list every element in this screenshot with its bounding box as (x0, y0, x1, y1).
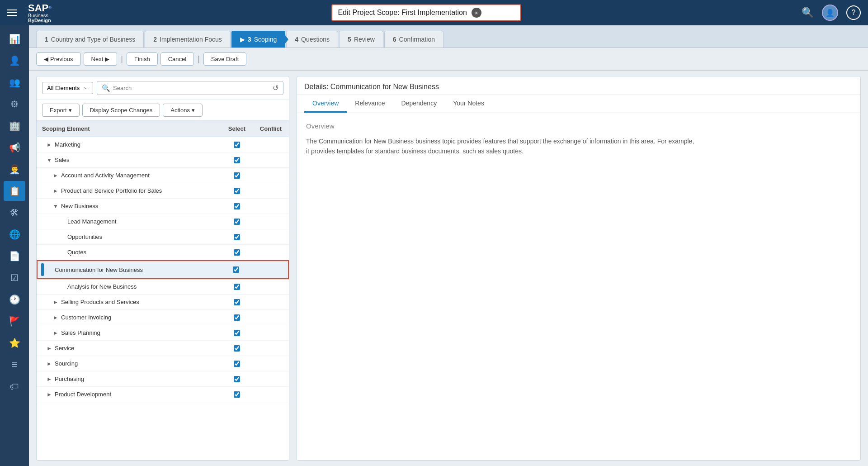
expand-customer-inv-icon[interactable]: ► (53, 314, 59, 321)
check-opportunities[interactable] (234, 234, 240, 240)
tab-your-notes[interactable]: Your Notes (445, 95, 492, 113)
expand-sales-planning-icon[interactable]: ► (53, 330, 59, 336)
sidebar-item-tasks[interactable]: ☑ (4, 268, 25, 288)
tree-label-customer-inv: Customer Invoicing (61, 314, 111, 321)
tree-row-lead-mgmt[interactable]: ► Lead Management (37, 214, 289, 229)
tree-row-customer-inv[interactable]: ► Customer Invoicing (37, 310, 289, 325)
check-customer-inv[interactable] (234, 314, 240, 321)
step-3[interactable]: ▶ 3 Scoping (231, 31, 285, 48)
tree-row-opportunities[interactable]: ► Opportunities (37, 229, 289, 245)
tree-row-sourcing[interactable]: ► Sourcing (37, 356, 289, 371)
search-input[interactable] (113, 85, 270, 91)
step-1[interactable]: 1 Country and Type of Business (36, 31, 144, 48)
tree-body: ► Marketing ▼ Sales (37, 137, 289, 460)
actions-button[interactable]: Actions ▾ (163, 104, 203, 117)
sidebar-item-announcements[interactable]: 📢 (4, 138, 25, 157)
cancel-button[interactable]: Cancel (160, 52, 194, 66)
check-selling[interactable] (234, 299, 240, 305)
tree-row-selling[interactable]: ► Selling Products and Services (37, 295, 289, 310)
expand-new-business-icon[interactable]: ▼ (53, 203, 59, 209)
check-quotes[interactable] (234, 249, 240, 256)
col-header-conflict: Conflict (253, 124, 289, 134)
tab-overview[interactable]: Overview (304, 95, 347, 113)
check-service[interactable] (234, 345, 240, 352)
expand-sales-icon[interactable]: ▼ (47, 157, 53, 163)
filter-row: All Elements 🔍 ↺ (37, 76, 289, 100)
overview-heading: Overview (306, 122, 851, 130)
sidebar-item-employee[interactable]: 👨‍💼 (4, 159, 25, 179)
tab-relevance[interactable]: Relevance (347, 95, 393, 113)
tab-dependency[interactable]: Dependency (393, 95, 445, 113)
step-2[interactable]: 2 Implementation Focus (145, 31, 231, 48)
expand-account-icon[interactable]: ► (53, 172, 59, 179)
step-4[interactable]: 4 Questions (286, 31, 338, 48)
expand-marketing-icon[interactable]: ► (47, 142, 53, 148)
step-6[interactable]: 6 Confirmation (384, 31, 443, 48)
sidebar-item-list[interactable]: ≡ (4, 355, 25, 375)
check-account[interactable] (234, 172, 240, 179)
tree-row-quotes[interactable]: ► Quotes (37, 245, 289, 260)
tree-row-marketing[interactable]: ► Marketing (37, 137, 289, 152)
tree-row-purchasing[interactable]: ► Purchasing (37, 371, 289, 387)
step-5[interactable]: 5 Review (339, 31, 383, 48)
sidebar-item-globe[interactable]: 🌐 (4, 224, 25, 244)
check-product[interactable] (234, 188, 240, 194)
check-product-dev[interactable] (234, 391, 240, 398)
expand-selling-icon[interactable]: ► (53, 299, 59, 305)
expand-sourcing-icon[interactable]: ► (47, 361, 53, 367)
check-sales-planning[interactable] (234, 330, 240, 336)
sidebar-item-tools[interactable]: 🛠 (4, 203, 25, 223)
check-sourcing[interactable] (234, 361, 240, 367)
details-title: Details: Communication for New Business (297, 76, 860, 95)
sidebar: 📊 👤 👥 ⚙ 🏢 📢 👨‍💼 📋 🛠 🌐 📄 ☑ 🕐 🚩 ⭐ ≡ 🏷 (0, 25, 29, 466)
check-comm-new-biz[interactable] (233, 266, 239, 273)
next-button[interactable]: Next ▶ (84, 52, 118, 66)
tree-row-service[interactable]: ► Service (37, 341, 289, 356)
tree-label-service: Service (55, 345, 74, 352)
tree-row-sales[interactable]: ▼ Sales (37, 152, 289, 168)
help-icon[interactable]: ? (846, 5, 861, 20)
hamburger-menu[interactable] (7, 10, 17, 16)
expand-product-dev-icon[interactable]: ► (47, 391, 53, 398)
export-button[interactable]: Export ▾ (42, 104, 80, 117)
finish-button[interactable]: Finish (127, 52, 158, 66)
sidebar-item-reports[interactable]: 📄 (4, 246, 25, 266)
display-scope-changes-button[interactable]: Display Scope Changes (82, 104, 160, 117)
expand-purchasing-icon[interactable]: ► (47, 376, 53, 382)
sidebar-item-tag[interactable]: 🏷 (4, 376, 25, 396)
sidebar-item-users[interactable]: 👥 (4, 72, 25, 92)
toolbar-row: Export ▾ Display Scope Changes Actions ▾ (37, 100, 289, 121)
sidebar-item-star[interactable]: ⭐ (4, 333, 25, 353)
tree-row-new-business[interactable]: ▼ New Business (37, 199, 289, 214)
sidebar-item-org[interactable]: 🏢 (4, 116, 25, 136)
check-analysis[interactable] (234, 284, 240, 290)
check-sales[interactable] (234, 157, 240, 163)
sidebar-item-analytics[interactable]: 📊 (4, 29, 25, 49)
sidebar-item-people[interactable]: 👤 (4, 51, 25, 71)
check-lead[interactable] (234, 219, 240, 225)
tree-row-product-dev[interactable]: ► Product Development (37, 387, 289, 402)
sidebar-item-flag[interactable]: 🚩 (4, 311, 25, 331)
table-header: Scoping Element Select Conflict (37, 121, 289, 137)
sidebar-item-clock[interactable]: 🕐 (4, 290, 25, 309)
user-avatar[interactable]: 👤 (822, 5, 838, 21)
previous-button[interactable]: ◀ Previous (36, 52, 81, 66)
tree-row-sales-planning[interactable]: ► Sales Planning (37, 325, 289, 341)
check-new-business[interactable] (234, 203, 240, 209)
close-title-button[interactable]: × (472, 8, 481, 18)
tree-row-comm-new-biz[interactable]: ► Communication for New Business (37, 260, 289, 279)
refresh-icon[interactable]: ↺ (273, 84, 278, 92)
elements-filter-dropdown[interactable]: All Elements (42, 82, 93, 94)
tree-row-analysis[interactable]: ► Analysis for New Business (37, 279, 289, 295)
expand-product-icon[interactable]: ► (53, 188, 59, 194)
tree-row-account[interactable]: ► Account and Activity Management (37, 168, 289, 183)
sap-logo: SAP® BusinessByDesign (28, 2, 52, 23)
sidebar-item-settings[interactable]: ⚙ (4, 94, 25, 114)
check-purchasing[interactable] (234, 376, 240, 382)
check-marketing[interactable] (234, 142, 240, 148)
tree-row-product[interactable]: ► Product and Service Portfolio for Sale… (37, 183, 289, 199)
expand-service-icon[interactable]: ► (47, 345, 53, 352)
sidebar-item-projects[interactable]: 📋 (4, 181, 25, 201)
save-draft-button[interactable]: Save Draft (203, 52, 246, 66)
search-icon[interactable]: 🔍 (802, 7, 814, 19)
